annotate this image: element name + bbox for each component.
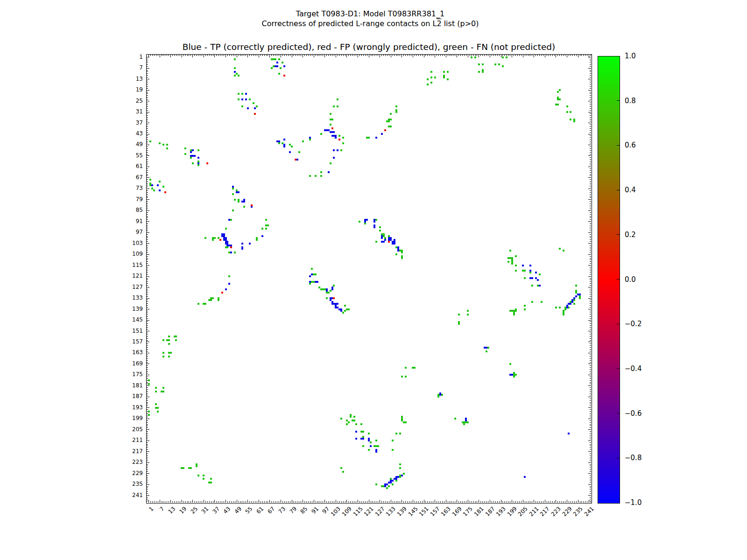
axis-minor-tick — [590, 453, 591, 454]
axis-minor-tick — [239, 55, 239, 56]
axis-minor-tick — [147, 64, 148, 65]
axis-minor-tick — [381, 501, 382, 503]
axis-minor-tick — [532, 55, 532, 56]
axis-minor-tick — [590, 110, 591, 111]
axis-major-tick — [147, 177, 149, 178]
axis-minor-tick — [268, 55, 268, 56]
axis-minor-tick — [590, 303, 591, 304]
contact-cell — [559, 248, 561, 250]
axis-minor-tick — [147, 170, 148, 171]
axis-minor-tick — [585, 501, 585, 503]
contact-cell — [238, 98, 240, 100]
axis-minor-tick — [277, 55, 277, 56]
axis-minor-tick — [147, 325, 148, 326]
axis-minor-tick — [537, 501, 538, 503]
axis-minor-tick — [590, 343, 591, 344]
axis-minor-tick — [251, 55, 252, 56]
axis-minor-tick — [147, 128, 148, 129]
contact-cell — [566, 307, 568, 308]
axis-minor-tick — [240, 55, 241, 56]
colorbar-label: −0.6 — [625, 409, 641, 418]
axis-minor-tick — [590, 362, 591, 363]
axis-minor-tick — [590, 119, 591, 119]
axis-minor-tick — [590, 83, 591, 83]
axis-major-tick — [170, 55, 171, 57]
contact-cell — [405, 367, 407, 369]
axis-minor-tick — [147, 335, 148, 335]
axis-major-tick — [226, 55, 226, 57]
contact-cell — [439, 394, 441, 396]
axis-minor-tick — [590, 93, 591, 94]
axis-minor-tick — [147, 147, 148, 147]
contact-cell — [454, 418, 456, 420]
axis-major-tick — [588, 462, 591, 463]
axis-minor-tick — [147, 333, 148, 333]
axis-minor-tick — [365, 55, 366, 56]
axis-minor-tick — [590, 249, 591, 249]
axis-minor-tick — [590, 280, 591, 280]
axis-minor-tick — [590, 358, 591, 359]
axis-minor-tick — [510, 501, 510, 503]
axis-minor-tick — [590, 322, 591, 322]
axis-minor-tick — [224, 55, 224, 56]
contact-cell — [524, 308, 526, 310]
axis-minor-tick — [147, 486, 148, 487]
axis-minor-tick — [147, 493, 148, 494]
axis-minor-tick — [310, 55, 310, 56]
contact-cell — [399, 467, 401, 469]
contact-cell — [278, 140, 280, 142]
axis-minor-tick — [590, 88, 591, 89]
axis-major-tick — [588, 353, 591, 353]
axis-minor-tick — [190, 501, 191, 503]
axis-minor-tick — [147, 442, 148, 443]
contact-cell — [253, 102, 254, 104]
y-tick-label: 121 — [120, 272, 143, 280]
axis-minor-tick — [147, 203, 148, 203]
axis-minor-tick — [147, 327, 148, 328]
contact-cell — [375, 241, 377, 243]
contact-cell — [573, 297, 575, 299]
y-tick-label: 241 — [120, 491, 143, 499]
axis-major-tick — [588, 298, 591, 299]
axis-major-tick — [556, 55, 556, 57]
axis-minor-tick — [185, 55, 186, 56]
contact-cell — [392, 449, 394, 451]
contact-cell — [210, 299, 212, 301]
axis-minor-tick — [376, 501, 376, 503]
contact-cell — [539, 285, 541, 287]
contact-cell — [280, 67, 282, 69]
axis-minor-tick — [304, 501, 305, 503]
axis-minor-tick — [235, 55, 235, 56]
axis-minor-tick — [202, 55, 202, 56]
contact-cell — [573, 303, 575, 305]
contact-cell — [399, 476, 401, 478]
axis-major-tick — [369, 500, 369, 503]
axis-minor-tick — [147, 152, 148, 153]
axis-minor-tick — [338, 55, 338, 56]
axis-minor-tick — [189, 501, 189, 503]
contact-cell — [247, 107, 249, 109]
axis-minor-tick — [530, 501, 530, 503]
x-tick-label: 85 — [299, 505, 309, 515]
axis-major-tick — [192, 500, 193, 503]
contact-cell — [204, 303, 206, 305]
axis-minor-tick — [409, 501, 409, 503]
contact-cell — [467, 310, 469, 312]
axis-minor-tick — [147, 251, 148, 251]
contact-cell — [333, 285, 335, 287]
axis-major-tick — [588, 210, 591, 211]
axis-major-tick — [501, 500, 501, 503]
axis-minor-tick — [590, 285, 591, 286]
axis-major-tick — [588, 385, 591, 386]
axis-minor-tick — [147, 86, 148, 87]
contact-cell — [515, 310, 517, 312]
axis-minor-tick — [147, 194, 148, 195]
axis-minor-tick — [147, 179, 148, 180]
axis-minor-tick — [590, 196, 591, 196]
contact-cell — [337, 303, 338, 305]
axis-major-tick — [147, 364, 149, 364]
axis-minor-tick — [147, 168, 148, 169]
axis-major-tick — [147, 407, 149, 408]
contact-cell — [559, 89, 561, 91]
axis-minor-tick — [416, 501, 417, 503]
